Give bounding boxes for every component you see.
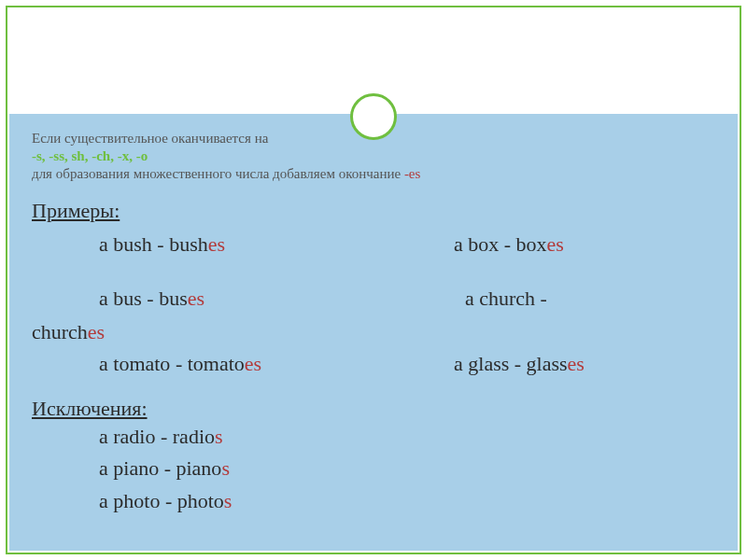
example-3-left: a tomato - tomatoes [32, 348, 454, 380]
plural-stem: bush [169, 232, 208, 256]
example-1-right: a box - boxes [454, 229, 715, 260]
example-1-left: a bush - bushes [32, 229, 454, 260]
rule-endings: -s, -ss, sh, -ch, -x, -o [32, 148, 715, 164]
plural-stem: box [516, 232, 547, 256]
singular: a tomato [99, 352, 170, 375]
plural-suffix: es [568, 352, 585, 375]
dash: - [160, 489, 176, 512]
plural-suffix: es [88, 320, 105, 343]
dash: - [170, 352, 187, 375]
plural-suffix: s [215, 425, 223, 448]
spacer [32, 262, 715, 283]
plural-stem: photo [177, 489, 224, 512]
example-row-3: a tomato - tomatoes a glass - glasses [32, 348, 715, 380]
plural-stem: church [32, 320, 88, 343]
rule-text-line3: для образования множественного числа доб… [32, 166, 715, 182]
slide-frame: Если существительное оканчивается на -s,… [6, 6, 741, 554]
dash: - [499, 232, 515, 256]
dash: - [509, 352, 526, 375]
rule-suffix-es: -es [404, 166, 421, 181]
examples-block: a bush - bushes a box - boxes a bus - bu… [32, 229, 715, 380]
plural-stem: glass [527, 352, 568, 375]
plural-suffix: es [188, 287, 204, 310]
plural-suffix: es [208, 232, 225, 256]
example-row-2: a bus - buses a church - [32, 283, 715, 315]
dash: - [142, 287, 159, 310]
singular: a bush [99, 232, 152, 256]
singular: a box [454, 232, 499, 256]
example-row-1: a bush - bushes a box - boxes [32, 229, 715, 260]
plural-suffix: es [245, 352, 261, 375]
exception-3: a photo - photos [32, 485, 715, 517]
plural-suffix: es [547, 232, 564, 256]
dash: - [152, 232, 169, 256]
examples-heading: Примеры: [32, 199, 715, 223]
singular: a piano [99, 456, 159, 480]
plural-suffix: s [221, 456, 230, 480]
plural-stem: tomato [188, 352, 245, 375]
example-2-left: a bus - buses [32, 283, 454, 315]
decorative-circle-icon [350, 93, 397, 140]
singular-dash: a church - [454, 287, 547, 310]
singular: a bus [99, 287, 142, 310]
example-2-wrap: churches [32, 316, 715, 348]
exception-1: a radio - radios [32, 421, 715, 453]
example-2-right: a church - [454, 283, 715, 315]
dash: - [159, 456, 176, 480]
rule-line3-prefix: для образования множественного числа доб… [32, 166, 404, 181]
exception-2: a piano - pianos [32, 453, 715, 484]
example-3-right: a glass - glasses [454, 348, 715, 380]
plural-stem: radio [173, 425, 215, 448]
dash: - [155, 425, 172, 448]
singular: a photo [99, 489, 160, 512]
exceptions-heading: Исключения: [32, 397, 715, 421]
singular: a radio [99, 425, 155, 448]
content-area: Если существительное оканчивается на -s,… [9, 114, 738, 551]
plural-suffix: s [224, 489, 233, 512]
plural-stem: piano [176, 456, 221, 480]
plural-stem: bus [159, 287, 188, 310]
singular: a glass [454, 352, 509, 375]
